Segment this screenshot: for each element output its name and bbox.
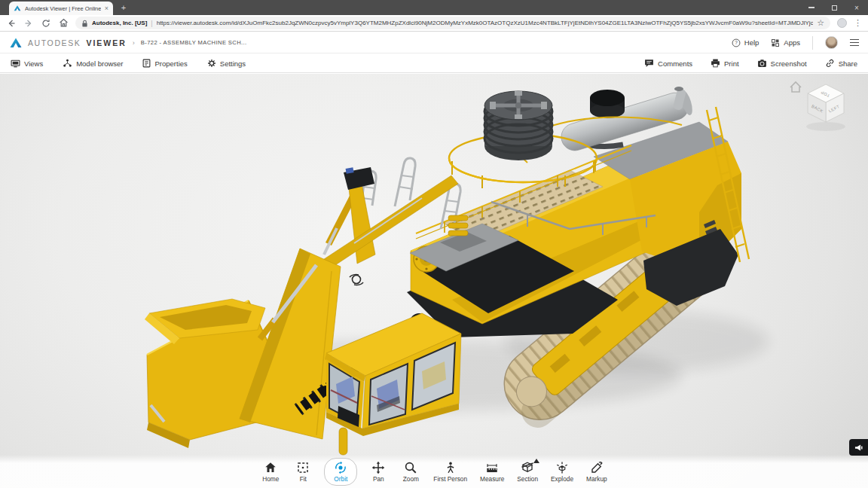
svg-text:?: ? — [735, 40, 738, 45]
settings-button[interactable]: Settings — [207, 59, 246, 68]
user-avatar[interactable] — [825, 36, 838, 49]
breadcrumb-chevron-icon: › — [133, 39, 135, 47]
apps-button[interactable]: Apps — [771, 38, 800, 47]
viewer-ribbon: Views Model browser Properties — [0, 54, 868, 73]
print-icon — [711, 59, 720, 68]
comments-icon — [644, 59, 654, 68]
autodesk-brand[interactable]: AUTODESK VIEWER — [9, 37, 127, 49]
print-button[interactable]: Print — [711, 59, 739, 68]
viewer-canvas[interactable]: TOP BACK LEFT Home Fit — [0, 74, 868, 488]
comments-label: Comments — [658, 59, 692, 68]
share-button[interactable]: Share — [825, 59, 857, 68]
tool-markup[interactable]: Markup — [585, 459, 609, 485]
address-bar[interactable]: Autodesk, Inc. [US] | https://viewer.aut… — [75, 17, 830, 29]
lock-icon — [81, 20, 88, 27]
tool-zoom[interactable]: Zoom — [399, 459, 422, 485]
help-button[interactable]: ? Help — [732, 38, 760, 47]
zoom-tool-icon — [404, 461, 417, 474]
header-divider — [812, 36, 813, 50]
tool-section[interactable]: Section — [515, 459, 539, 485]
url-text[interactable]: https://viewer.autodesk.com/id/dXJuOmFkc… — [157, 20, 813, 26]
markup-tool-icon — [590, 461, 604, 474]
model-browser-button[interactable]: Model browser — [63, 59, 123, 68]
section-dropdown-arrow-icon[interactable] — [533, 459, 539, 463]
window-close-button[interactable]: × — [845, 0, 868, 15]
machine-cable-reel — [484, 91, 552, 160]
tool-explode[interactable]: Explode — [549, 459, 575, 485]
browser-navbar: Autodesk, Inc. [US] | https://viewer.aut… — [0, 15, 868, 32]
autodesk-favicon-icon — [14, 5, 21, 12]
properties-icon — [142, 59, 151, 68]
tool-first-person[interactable]: First Person — [432, 459, 469, 485]
new-tab-button[interactable]: + — [118, 3, 130, 14]
viewer-bottom-toolbar: Home Fit Orbit — [0, 455, 868, 488]
security-badge[interactable]: Autodesk, Inc. [US] — [92, 20, 147, 26]
model-3d-machine[interactable] — [0, 74, 868, 488]
bookmark-star-icon[interactable]: ☆ — [817, 18, 824, 28]
tab-title: Autodesk Viewer | Free Online F... — [25, 5, 101, 12]
brand-autodesk: AUTODESK — [28, 38, 81, 47]
apps-grid-icon — [771, 38, 780, 47]
help-icon: ? — [732, 38, 741, 47]
window-controls: × — [800, 0, 868, 15]
tool-home[interactable]: Home — [259, 459, 282, 485]
viewcube-home-icon[interactable] — [790, 82, 801, 92]
settings-gear-icon — [207, 59, 216, 68]
back-icon[interactable] — [6, 18, 17, 29]
tool-fit[interactable]: Fit — [292, 459, 314, 485]
profile-icon[interactable] — [837, 18, 847, 28]
operator-cab — [325, 313, 461, 455]
views-icon — [11, 59, 20, 68]
browser-tab[interactable]: Autodesk Viewer | Free Online F... × — [9, 2, 113, 15]
views-label: Views — [24, 59, 43, 68]
pan-tool-icon — [371, 461, 385, 474]
measure-tool-icon — [485, 461, 499, 474]
megaphone-icon — [854, 444, 863, 452]
browser-window: Autodesk Viewer | Free Online F... × + × — [0, 0, 868, 488]
properties-label: Properties — [154, 59, 187, 68]
access-ladders — [359, 158, 460, 229]
section-tool-icon — [521, 461, 534, 474]
orbit-tool-icon — [334, 461, 347, 474]
model-browser-label: Model browser — [76, 59, 123, 68]
views-button[interactable]: Views — [11, 59, 43, 68]
explode-tool-icon — [555, 461, 569, 474]
refresh-icon[interactable] — [41, 18, 51, 29]
screenshot-camera-icon — [757, 59, 767, 68]
browser-titlebar: Autodesk Viewer | Free Online F... × + × — [0, 0, 868, 15]
hamburger-menu-icon[interactable] — [850, 39, 859, 47]
forward-icon[interactable] — [23, 18, 34, 29]
home-icon[interactable] — [58, 18, 69, 29]
settings-label: Settings — [220, 59, 246, 68]
maximize-button[interactable] — [823, 0, 845, 15]
share-link-icon — [825, 59, 835, 68]
orbit-cursor — [350, 275, 363, 285]
browser-menu-icon[interactable]: ⋮ — [854, 18, 862, 28]
view-cube[interactable]: TOP BACK LEFT — [779, 78, 862, 139]
print-label: Print — [724, 59, 739, 68]
home-tool-icon — [264, 461, 277, 474]
apps-label: Apps — [784, 38, 800, 47]
properties-button[interactable]: Properties — [142, 59, 187, 68]
tool-measure[interactable]: Measure — [478, 459, 506, 485]
tool-orbit[interactable]: Orbit — [324, 458, 357, 486]
breadcrumb[interactable]: B-722 - ASSEMBLY MACHINE SCH... — [141, 39, 247, 46]
comments-button[interactable]: Comments — [644, 59, 692, 68]
viewer-header: AUTODESK VIEWER › B-722 - ASSEMBLY MACHI… — [0, 32, 868, 53]
model-browser-icon — [63, 59, 72, 68]
fit-tool-icon — [296, 461, 310, 474]
minimize-button[interactable] — [800, 0, 823, 15]
share-label: Share — [839, 59, 857, 68]
first-person-tool-icon — [444, 461, 457, 474]
screenshot-label: Screenshot — [771, 59, 807, 68]
brand-viewer: VIEWER — [86, 38, 126, 47]
autodesk-logo-icon — [9, 37, 23, 49]
omnibox-separator: | — [151, 20, 152, 27]
tool-pan[interactable]: Pan — [367, 459, 390, 485]
screenshot-button[interactable]: Screenshot — [757, 59, 807, 68]
feedback-button[interactable] — [849, 439, 868, 456]
help-label: Help — [744, 38, 760, 47]
tab-close-icon[interactable]: × — [105, 5, 108, 12]
